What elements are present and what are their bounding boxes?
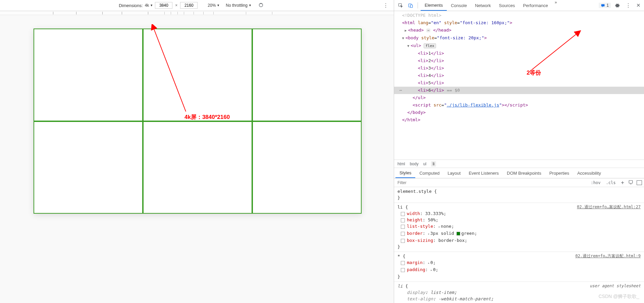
tab-sources[interactable]: Sources [495, 0, 519, 11]
device-viewport: 4k屏：3840*2160 [0, 15, 394, 303]
dom-node[interactable]: <li>3</li> [394, 64, 644, 72]
style-rule-ua[interactable]: user agent stylesheet li { display: list… [394, 282, 644, 303]
grid-cell [252, 121, 362, 214]
messages-badge[interactable]: 1 [599, 3, 611, 8]
breadcrumb-item[interactable]: body [410, 162, 419, 166]
inspect-icon[interactable] [396, 1, 405, 10]
svg-point-0 [259, 3, 263, 7]
breadcrumb-item[interactable]: ul [423, 162, 426, 166]
device-toggle-icon[interactable] [406, 1, 415, 10]
device-toolbar: Dimensions: 4k▼ × 20%▼ No throttling▼ ⋮ [0, 0, 394, 11]
tab-properties[interactable]: Properties [545, 168, 573, 178]
dom-node[interactable]: <html lang="en" style="font-size: 160px;… [394, 19, 644, 27]
rule-source-link[interactable]: 02.通过rem+fo…方案设配.html:9 [575, 253, 641, 259]
dom-node[interactable]: <li>1</li> [394, 50, 644, 57]
dom-node[interactable]: ▼<ul> flex [394, 42, 644, 50]
dom-node[interactable]: <!DOCTYPE html> [394, 12, 644, 19]
styles-tabs: Styles Computed Layout Event Listeners D… [394, 168, 644, 178]
breadcrumb-item-active[interactable]: li [431, 161, 436, 167]
tab-performance[interactable]: Performance [519, 0, 552, 11]
new-rule-button[interactable]: + [618, 179, 627, 186]
tab-console[interactable]: Console [447, 0, 471, 11]
dom-tree[interactable]: <!DOCTYPE html> <html lang="en" style="f… [394, 11, 644, 124]
cls-button[interactable]: .cls [603, 180, 618, 185]
dimensions-preset-dropdown[interactable]: 4k▼ [145, 3, 153, 8]
dom-node[interactable]: </ul> [394, 94, 644, 101]
svg-rect-4 [410, 5, 412, 7]
width-input[interactable] [155, 2, 172, 9]
breadcrumb: html body ul li [394, 160, 644, 168]
device-toolbar-menu[interactable]: ⋮ [381, 2, 390, 9]
style-rule[interactable]: 02.通过rem+fo…方案设配.html:9 * { margin: ▸0; … [394, 252, 644, 282]
hov-button[interactable]: :hov [588, 180, 603, 185]
emulated-page[interactable] [34, 29, 362, 214]
tab-computed[interactable]: Computed [415, 168, 443, 178]
elements-panel: <!DOCTYPE html> <html lang="en" style="f… [394, 11, 644, 160]
dom-node-selected[interactable]: ⋯ <li>6</li>== $0 [394, 87, 644, 94]
dom-node[interactable]: </body> [394, 109, 644, 116]
dom-node[interactable]: </html> [394, 116, 644, 124]
tabs-overflow[interactable]: » [552, 0, 560, 11]
dom-node[interactable]: ▼<body style="font-size: 20px;"> [394, 34, 644, 42]
dom-node[interactable]: <li>2</li> [394, 57, 644, 64]
close-icon[interactable]: ✕ [635, 2, 642, 8]
tab-elements[interactable]: Elements [421, 0, 447, 11]
tab-styles[interactable]: Styles [395, 168, 415, 178]
grid-cell [34, 121, 143, 214]
rule-source-ua: user agent stylesheet [590, 283, 641, 289]
height-input[interactable] [180, 2, 198, 9]
times-symbol: × [175, 3, 177, 8]
rule-source-link[interactable]: 02.通过rem+fo…案设配.html:27 [577, 204, 641, 210]
devtools-menu[interactable]: ⋮ [624, 2, 633, 9]
throttling-dropdown[interactable]: No throttling▼ [226, 3, 252, 8]
style-rule[interactable]: element.style { } [394, 187, 644, 203]
color-swatch[interactable] [457, 232, 460, 235]
tab-layout[interactable]: Layout [443, 168, 465, 178]
dom-node[interactable]: <script src="./js/lib-flexible.js"></scr… [394, 101, 644, 109]
tab-event-listeners[interactable]: Event Listeners [465, 168, 503, 178]
breadcrumb-item[interactable]: html [397, 162, 405, 166]
rotate-icon[interactable] [258, 2, 264, 9]
toggle-common-icon[interactable] [637, 180, 642, 185]
grid-cell [252, 29, 362, 121]
dom-node[interactable]: ▶<head> ⋯ </head> [394, 27, 644, 34]
styles-filter-row: :hov .cls + [394, 178, 644, 187]
ruler [0, 11, 394, 15]
dom-node[interactable]: <li>4</li> [394, 72, 644, 79]
zoom-dropdown[interactable]: 20%▼ [208, 3, 220, 8]
dom-node[interactable]: <li>5</li> [394, 79, 644, 87]
grid-cell [143, 121, 252, 214]
style-rule[interactable]: 02.通过rem+fo…案设配.html:27 li { width: 33.3… [394, 203, 644, 252]
devtools-tabs: Elements Console Network Sources Perform… [421, 0, 559, 11]
grid-cell [34, 29, 143, 121]
tab-accessibility[interactable]: Accessibility [573, 168, 605, 178]
annotation-text: 2等份 [527, 69, 541, 77]
settings-icon[interactable] [613, 1, 622, 10]
styles-body[interactable]: element.style { } 02.通过rem+fo…案设配.html:2… [394, 187, 644, 303]
grid-cell [143, 29, 252, 121]
tab-dom-breakpoints[interactable]: DOM Breakpoints [503, 168, 545, 178]
svg-rect-6 [629, 180, 633, 183]
styles-filter-input[interactable] [394, 180, 588, 185]
devtools-header: Elements Console Network Sources Perform… [394, 0, 644, 11]
tab-network[interactable]: Network [471, 0, 495, 11]
annotation-text: 4k屏：3840*2160 [184, 113, 230, 121]
dimensions-label: Dimensions: [119, 3, 143, 8]
device-icon[interactable] [627, 180, 635, 186]
